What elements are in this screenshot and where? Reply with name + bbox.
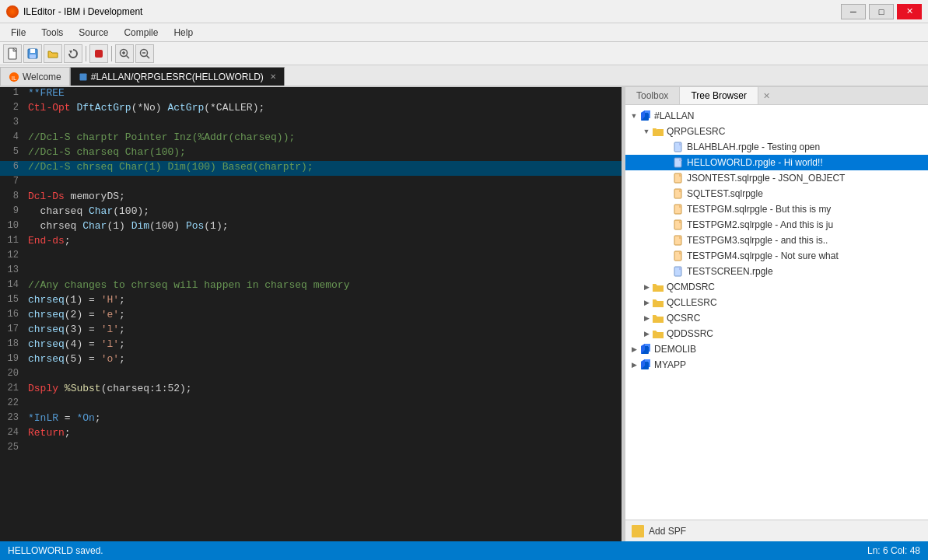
tree-label: TESTSCREEN.rpgle: [687, 266, 773, 277]
zoom-in-button[interactable]: [115, 44, 134, 63]
code-line: 7: [0, 176, 622, 191]
code-line: 9 charseq Char(100);: [0, 205, 622, 220]
welcome-tab-icon: IL: [9, 72, 19, 82]
refresh-button[interactable]: [64, 44, 82, 63]
sqlrpgle-file-icon: [672, 188, 685, 199]
tab-toolbox[interactable]: Toolbox: [625, 87, 680, 104]
code-line: 11 End-ds;: [0, 235, 622, 250]
cube-icon: [639, 110, 652, 121]
tab-close-button[interactable]: ✕: [270, 72, 276, 81]
panel-tabs: Toolbox Tree Browser ✕: [625, 87, 928, 105]
tab-treebrowser[interactable]: Tree Browser: [680, 87, 758, 104]
code-line: 25: [0, 442, 622, 457]
code-editor[interactable]: 1 **FREE 2 Ctl-Opt DftActGrp(*No) ActGrp…: [0, 87, 622, 541]
save-button[interactable]: [23, 44, 42, 63]
tree-folder-qcllesrc[interactable]: ▶ QCLLESRC: [625, 295, 928, 310]
tree-folder-qcsrc[interactable]: ▶ QCSRC: [625, 310, 928, 326]
status-position: Ln: 6 Col: 48: [867, 545, 920, 556]
tree-file-testpgm2[interactable]: TESTPGM2.sqlrpgle - And this is ju: [625, 217, 928, 233]
editor-tab-icon: [79, 72, 88, 82]
svg-marker-4: [69, 51, 72, 54]
svg-rect-5: [95, 50, 103, 58]
tab-welcome[interactable]: IL Welcome: [0, 67, 70, 86]
menu-file[interactable]: File: [3, 26, 33, 40]
expand-icon: ▶: [641, 299, 652, 306]
rpgle-file-icon: [672, 266, 685, 277]
expand-icon: ▶: [641, 314, 652, 322]
tab-editor[interactable]: #LALLAN/QRPGLESRC(HELLOWORLD) ✕: [70, 67, 285, 86]
tree-label: #LALLAN: [654, 110, 694, 121]
code-line: 12: [0, 250, 622, 264]
tree-lib-demolib[interactable]: ▶ DEMOLIB: [625, 341, 928, 357]
code-line: 5 //Dcl-S charseq Char(100);: [0, 146, 622, 161]
sqlrpgle-file-icon: [672, 219, 685, 230]
tree-folder-qcmdsrc[interactable]: ▶ QCMDSRC: [625, 279, 928, 295]
menu-help[interactable]: Help: [166, 26, 201, 40]
sqlrpgle-file-icon: [672, 235, 685, 246]
statusbar: HELLOWORLD saved. Ln: 6 Col: 48: [0, 541, 928, 560]
folder-icon: [652, 126, 664, 137]
folder-icon: [652, 313, 664, 324]
tree-file-sqltest[interactable]: SQLTEST.sqlrpgle: [625, 186, 928, 201]
close-button[interactable]: ✕: [897, 4, 922, 19]
code-line: 8 Dcl-Ds memoryDS;: [0, 191, 622, 205]
folder-icon: [652, 297, 664, 308]
toolbox-tab-label: Toolbox: [636, 90, 668, 101]
tree-folder-qrpglesrc[interactable]: ▼ QRPGLESRC: [625, 124, 928, 139]
code-line: 13: [0, 264, 622, 279]
svg-rect-15: [79, 73, 86, 80]
tree-file-testscreen[interactable]: TESTSCREEN.rpgle: [625, 264, 928, 279]
sqlrpgle-file-icon: [672, 250, 685, 261]
tree-label: QCLLESRC: [667, 297, 717, 308]
tree-root-lallan[interactable]: ▼ #LALLAN: [625, 108, 928, 124]
zoom-out-button[interactable]: [135, 44, 154, 63]
tree-label: QCSRC: [667, 313, 700, 324]
rpgle-file-icon: [672, 157, 685, 168]
menu-compile[interactable]: Compile: [116, 26, 166, 40]
toolbar: [0, 42, 928, 65]
tabbar: IL Welcome #LALLAN/QRPGLESRC(HELLOWORLD)…: [0, 65, 928, 87]
minimize-button[interactable]: ─: [841, 4, 866, 19]
tree-lib-myapp[interactable]: ▶ MYAPP: [625, 357, 928, 373]
right-panel: Toolbox Tree Browser ✕ ▼ #LALLAN ▼: [625, 87, 928, 541]
tab-welcome-label: Welcome: [23, 72, 61, 82]
tree-file-blahblah[interactable]: BLAHBLAH.rpgle - Testing open: [625, 139, 928, 155]
cube-icon: [639, 359, 652, 370]
file-tree[interactable]: ▼ #LALLAN ▼ QRPGLESRC BLAHBL: [625, 105, 928, 520]
tree-folder-qddssrc[interactable]: ▶ QDDSSRC: [625, 326, 928, 341]
stop-button[interactable]: [89, 44, 108, 63]
tree-file-jsontest[interactable]: JSONTEST.sqlrpgle - JSON_OBJECT: [625, 170, 928, 186]
code-line: 16 chrseq(2) = 'e';: [0, 309, 622, 324]
panel-close-button[interactable]: ✕: [758, 89, 775, 103]
tree-label: QCMDSRC: [667, 282, 715, 292]
tree-label: DEMOLIB: [654, 344, 696, 355]
tree-file-testpgm3[interactable]: TESTPGM3.sqlrpgle - and this is..: [625, 233, 928, 248]
editor-scroll[interactable]: 1 **FREE 2 Ctl-Opt DftActGrp(*No) ActGrp…: [0, 87, 622, 541]
folder-icon: [652, 282, 664, 292]
code-line: 15 chrseq(1) = 'H';: [0, 294, 622, 309]
sqlrpgle-file-icon: [672, 204, 685, 215]
titlebar: ILEditor - IBM i Development ─ □ ✕: [0, 0, 928, 23]
tree-label: TESTPGM3.sqlrpgle - and this is..: [687, 235, 828, 246]
maximize-button[interactable]: □: [869, 4, 894, 19]
new-file-button[interactable]: [3, 44, 22, 63]
svg-line-7: [127, 55, 130, 58]
add-spf-label[interactable]: Add SPF: [649, 526, 686, 537]
expand-icon: ▼: [641, 128, 652, 135]
tree-file-testpgm4[interactable]: TESTPGM4.sqlrpgle - Not sure what: [625, 248, 928, 264]
code-line: 21 Dsply %Subst(charseq:1:52);: [0, 383, 622, 397]
code-line: 3: [0, 117, 622, 131]
menubar: File Tools Source Compile Help: [0, 23, 928, 42]
titlebar-title: ILEditor - IBM i Development: [23, 6, 142, 17]
open-button[interactable]: [44, 44, 62, 63]
app-icon: [6, 5, 19, 18]
code-line: 17 chrseq(3) = 'l';: [0, 324, 622, 338]
svg-rect-3: [30, 54, 36, 58]
tree-label: MYAPP: [654, 359, 686, 370]
code-line: 10 chrseq Char(1) Dim(100) Pos(1);: [0, 220, 622, 235]
menu-tools[interactable]: Tools: [33, 26, 71, 40]
menu-source[interactable]: Source: [71, 26, 116, 40]
tree-label: JSONTEST.sqlrpgle - JSON_OBJECT: [687, 173, 845, 184]
tree-file-testpgm[interactable]: TESTPGM.sqlrpgle - But this is my: [625, 201, 928, 217]
tree-file-helloworld[interactable]: HELLOWORLD.rpgle - Hi world!!: [625, 155, 928, 170]
